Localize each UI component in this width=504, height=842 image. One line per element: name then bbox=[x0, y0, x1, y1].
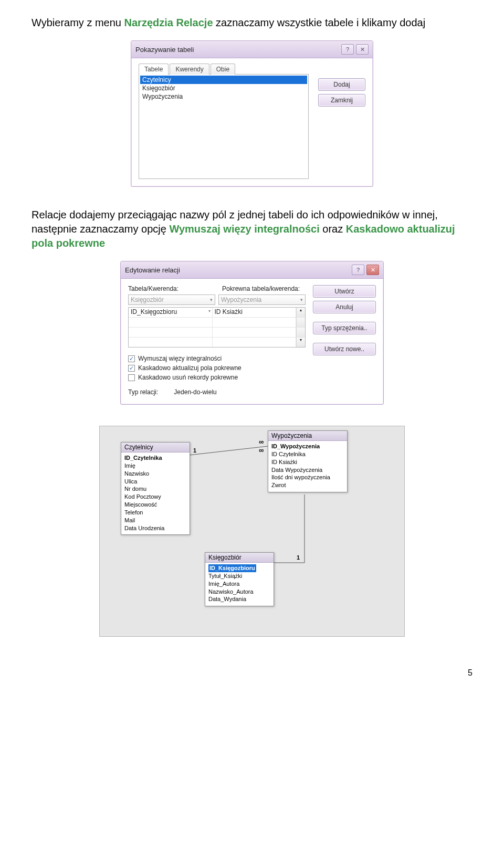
chevron-down-icon: ▾ bbox=[300, 297, 303, 302]
checkbox-label: Kaskadowo aktualizuj pola pokrewne bbox=[138, 364, 242, 372]
field: Data Wypożyczenia bbox=[271, 466, 344, 474]
cardinality-many: ∞ bbox=[259, 438, 264, 446]
cardinality-one: 1 bbox=[297, 554, 300, 561]
tab-tables[interactable]: Tabele bbox=[139, 64, 169, 75]
field: Imię bbox=[124, 462, 186, 470]
help-button[interactable]: ? bbox=[341, 44, 354, 55]
field: Kod Pocztowy bbox=[124, 493, 186, 501]
grid-cell: ID Ksiażki bbox=[213, 308, 297, 317]
create-button[interactable]: Utwórz bbox=[313, 285, 376, 298]
field: Imię_Autora bbox=[208, 580, 270, 588]
cardinality-one: 1 bbox=[193, 447, 196, 454]
field: Tytuł_Książki bbox=[208, 572, 270, 580]
field: Nazwisko bbox=[124, 470, 186, 478]
show-table-titlebar: Pokazywanie tabeli ? ✕ bbox=[131, 41, 373, 58]
table-box-ksiegozbior[interactable]: Księgozbiór ID_Księgozbioru Tytuł_Książk… bbox=[205, 552, 274, 606]
list-item[interactable]: Księgozbiór bbox=[140, 84, 307, 92]
edit-relation-titlebar: Edytowanie relacji ? ✕ bbox=[121, 261, 383, 279]
edit-relation-dialog: Edytowanie relacji ? ✕ Tabela/Kwerenda: … bbox=[120, 261, 384, 405]
tables-listbox[interactable]: Czytelnicy Księgozbiór Wypożyczenia bbox=[139, 74, 309, 179]
scroll-track[interactable] bbox=[296, 328, 305, 337]
field-pk: ID_Wypożyczenia bbox=[271, 443, 344, 450]
instruction-paragraph-1: Wybieramy z menu Narzędzia Relacje zazna… bbox=[32, 16, 472, 30]
tab-queries[interactable]: Kwerendy bbox=[170, 64, 209, 75]
instruction-paragraph-2: Relacje dodajemy przeciągając nazwy pól … bbox=[32, 208, 472, 250]
field: Zwrot bbox=[271, 481, 344, 489]
table-title: Księgozbiór bbox=[205, 553, 274, 563]
close-dialog-button[interactable]: Zamknij bbox=[318, 94, 365, 107]
edit-relation-title: Edytowanie relacji bbox=[125, 266, 352, 274]
field: ID Czytelnika bbox=[271, 450, 344, 458]
checkbox-cascade-delete[interactable] bbox=[128, 374, 135, 381]
field-pk: ID_Księgozbioru bbox=[208, 564, 270, 572]
checkbox-enforce-integrity[interactable] bbox=[128, 355, 135, 362]
relationships-diagram: 1 ∞ ∞ 1 Czytelnicy ID_Czytelnika Imię Na… bbox=[99, 426, 405, 637]
label-related-table: Pokrewna tabela/kwerenda: bbox=[222, 285, 306, 292]
combo-primary-table[interactable]: Księgozbiór▾ bbox=[128, 294, 215, 305]
field: Telefon bbox=[124, 509, 186, 517]
field: Data Urodzenia bbox=[124, 524, 186, 532]
label-table: Tabela/Kwerenda: bbox=[128, 285, 212, 292]
field: Nr domu bbox=[124, 485, 186, 493]
add-button[interactable]: Dodaj bbox=[318, 78, 365, 91]
create-new-button[interactable]: Utwórz nowe.. bbox=[313, 343, 376, 355]
field-mapping-grid[interactable]: ID_Księgozbioru▾ ID Ksiażki ▴ ▾ bbox=[128, 307, 306, 348]
chevron-down-icon: ▾ bbox=[210, 297, 213, 302]
show-table-dialog: Pokazywanie tabeli ? ✕ Tabele Kwerendy O… bbox=[131, 40, 373, 187]
grid-cell: ID_Księgozbioru▾ bbox=[129, 308, 213, 317]
table-title: Wypożyczenia bbox=[268, 431, 347, 441]
scroll-down-button[interactable]: ▾ bbox=[296, 338, 305, 347]
checkbox-label: Kaskadowo usuń rekordy pokrewne bbox=[138, 374, 238, 381]
combo-related-table[interactable]: Wypożyczenia▾ bbox=[218, 294, 306, 305]
field: Nazwisko_Autora bbox=[208, 588, 270, 596]
tab-both[interactable]: Obie bbox=[211, 64, 235, 75]
field: Data_Wydania bbox=[208, 595, 270, 603]
join-type-button[interactable]: Typ sprzężenia.. bbox=[313, 322, 376, 334]
field: ID Ksiażki bbox=[271, 458, 344, 466]
table-box-wypozyczenia[interactable]: Wypożyczenia ID_Wypożyczenia ID Czytelni… bbox=[268, 430, 348, 492]
relation-type-label: Typ relacji: bbox=[128, 388, 158, 396]
field: Ulica bbox=[124, 478, 186, 486]
cancel-button[interactable]: Anuluj bbox=[313, 301, 376, 313]
checkbox-cascade-update[interactable] bbox=[128, 365, 135, 372]
list-item[interactable]: Wypożyczenia bbox=[140, 92, 307, 101]
table-title: Czytelnicy bbox=[121, 443, 190, 452]
checkbox-label: Wymuszaj więzy integralności bbox=[138, 355, 222, 362]
scroll-up-button[interactable]: ▴ bbox=[296, 308, 305, 317]
show-table-title: Pokazywanie tabeli bbox=[135, 46, 341, 54]
table-box-czytelnicy[interactable]: Czytelnicy ID_Czytelnika Imię Nazwisko U… bbox=[121, 442, 190, 535]
field: Ilość dni wypożyczenia bbox=[271, 473, 344, 481]
cardinality-many: ∞ bbox=[259, 446, 264, 454]
relation-type-value: Jeden-do-wielu bbox=[174, 388, 216, 396]
field-pk: ID_Czytelnika bbox=[124, 454, 186, 462]
close-button[interactable]: ✕ bbox=[356, 44, 369, 55]
field: Miejscowość bbox=[124, 501, 186, 509]
list-item[interactable]: Czytelnicy bbox=[140, 76, 307, 84]
help-button[interactable]: ? bbox=[352, 265, 364, 275]
close-button[interactable]: ✕ bbox=[366, 265, 379, 275]
page-number: 5 bbox=[32, 668, 472, 678]
chevron-down-icon: ▾ bbox=[208, 309, 211, 313]
field: Mail bbox=[124, 517, 186, 524]
scroll-track[interactable] bbox=[296, 318, 305, 327]
svg-line-0 bbox=[189, 446, 268, 455]
